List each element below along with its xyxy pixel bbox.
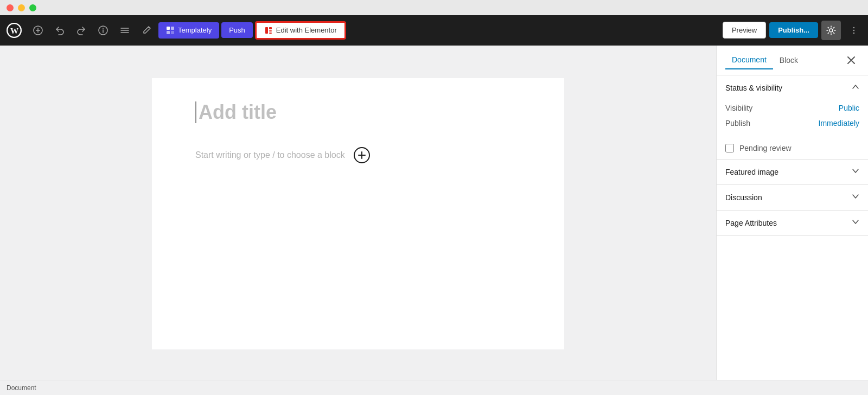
publish-row: Publish Immediately [725,116,859,131]
toolbar-right: Preview Publish... [723,21,864,40]
page-attributes-chevron [852,218,859,228]
preview-button[interactable]: Preview [723,22,766,39]
svg-rect-13 [167,31,170,34]
title-bar [0,0,868,15]
svg-point-22 [853,32,854,33]
app-wrapper: W [0,15,868,395]
svg-rect-18 [269,33,272,34]
svg-rect-11 [167,27,170,30]
pending-review-checkbox[interactable] [725,144,734,152]
tab-block[interactable]: Block [773,51,805,69]
editor-main: Add title Start writing or type / to cho… [0,46,716,380]
status-visibility-content: Visibility Public Publish Immediately [717,100,868,139]
settings-button[interactable] [821,21,841,40]
status-visibility-section: Status & visibility Visibility Public Pu… [717,75,868,160]
content-area: Add title Start writing or type / to cho… [0,46,868,380]
featured-image-chevron [852,167,859,177]
discussion-chevron [852,193,859,202]
page-attributes-section: Page Attributes [717,211,868,236]
title-placeholder[interactable]: Add title [199,100,277,125]
add-block-toolbar-button[interactable] [28,21,48,40]
svg-rect-14 [171,31,174,34]
featured-image-section: Featured image [717,160,868,185]
page-attributes-header[interactable]: Page Attributes [717,211,868,235]
content-placeholder-text: Start writing or type / to choose a bloc… [195,150,345,160]
pending-review-row: Pending review [717,139,868,159]
add-block-inline-button[interactable] [354,147,370,163]
info-button[interactable] [93,21,113,40]
sidebar-header: Document Block [717,46,868,75]
publish-value[interactable]: Immediately [819,119,859,128]
svg-rect-15 [265,27,268,34]
pending-review-label: Pending review [739,144,792,152]
editor-canvas: Add title Start writing or type / to cho… [152,78,564,349]
edit-mode-button[interactable] [137,21,156,40]
sidebar-close-button[interactable] [843,52,859,68]
minimize-button[interactable] [18,4,25,11]
svg-point-19 [829,29,833,32]
discussion-section: Discussion [717,185,868,211]
visibility-row: Visibility Public [725,100,859,116]
push-button[interactable]: Push [221,22,253,38]
edit-with-elementor-button[interactable]: Edit with Elementor [255,21,346,40]
svg-point-7 [103,28,104,29]
tab-document[interactable]: Document [725,51,773,69]
list-view-button[interactable] [115,21,135,40]
undo-button[interactable] [50,21,69,40]
svg-rect-12 [171,27,174,30]
svg-text:W: W [10,26,18,35]
status-bar: Document [0,380,868,395]
status-bar-label: Document [7,384,36,392]
svg-point-20 [853,27,854,28]
content-placeholder-area: Start writing or type / to choose a bloc… [195,147,521,163]
svg-rect-17 [269,30,272,31]
svg-point-21 [853,29,854,30]
discussion-header[interactable]: Discussion [717,185,868,210]
svg-rect-16 [269,27,272,29]
featured-image-header[interactable]: Featured image [717,160,868,184]
toolbar: W [0,15,868,46]
sidebar-tabs: Document Block [725,51,843,69]
visibility-value[interactable]: Public [839,104,859,112]
status-visibility-chevron [852,83,859,93]
more-options-button[interactable] [844,21,864,40]
right-sidebar: Document Block Status & visibility [716,46,868,380]
redo-button[interactable] [72,21,91,40]
maximize-button[interactable] [29,4,36,11]
wp-logo[interactable]: W [4,21,24,40]
publish-button[interactable]: Publish... [769,22,818,38]
templately-button[interactable]: Templately [158,22,219,39]
close-button[interactable] [7,4,14,11]
status-visibility-header[interactable]: Status & visibility [717,75,868,100]
